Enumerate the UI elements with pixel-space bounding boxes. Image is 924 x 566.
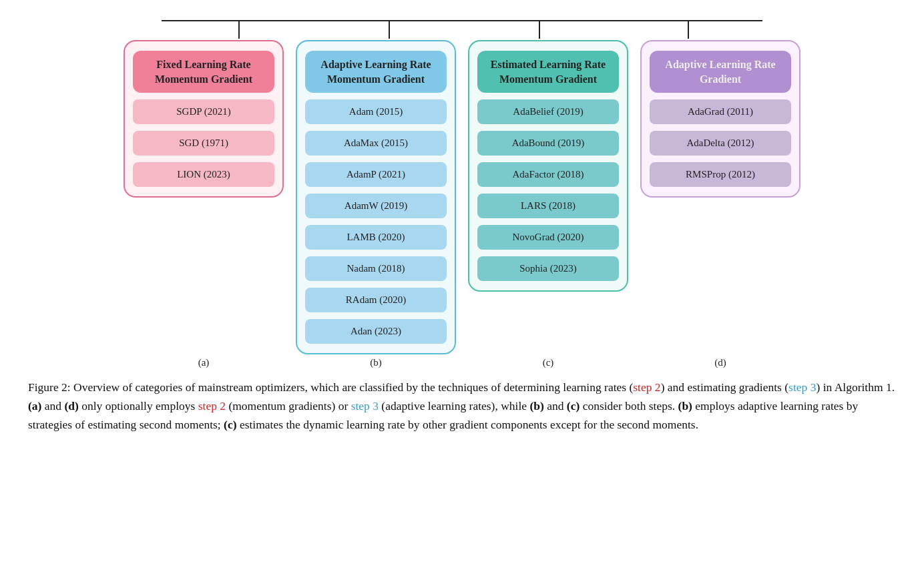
caption-area: Figure 2: Overview of categories of main… bbox=[28, 378, 896, 434]
labels-row: (a)(b)(c)(d) bbox=[20, 357, 904, 368]
tick-line-2 bbox=[389, 20, 390, 39]
caption-span-bold: (d) bbox=[64, 399, 78, 412]
item-b-1: AdaMax (2015) bbox=[305, 131, 447, 156]
caption-span-bold: (a) bbox=[28, 399, 41, 412]
connector-row bbox=[20, 20, 904, 40]
col-header-c: Estimated Learning Rate Momentum Gradien… bbox=[477, 51, 619, 93]
tick-line-4 bbox=[688, 20, 689, 39]
col-box-c: Estimated Learning Rate Momentum Gradien… bbox=[468, 40, 628, 292]
caption-span-red: step 2 bbox=[633, 380, 660, 394]
item-b-3: AdamW (2019) bbox=[305, 194, 447, 218]
item-c-2: AdaFactor (2018) bbox=[477, 162, 619, 187]
item-a-0: SGDP (2021) bbox=[133, 99, 274, 124]
col-label-a: (a) bbox=[124, 357, 284, 368]
item-c-4: NovoGrad (2020) bbox=[477, 225, 619, 250]
item-c-5: Sophia (2023) bbox=[477, 256, 619, 281]
col-header-d: Adaptive Learning Rate Gradient bbox=[650, 51, 791, 93]
caption-span-red: step 2 bbox=[198, 399, 226, 412]
col-header-a: Fixed Learning Rate Momentum Gradient bbox=[133, 51, 274, 93]
col-label-d: (d) bbox=[640, 357, 800, 368]
col-box-b: Adaptive Learning Rate Momentum Gradient… bbox=[296, 40, 456, 354]
col-box-a: Fixed Learning Rate Momentum GradientSGD… bbox=[124, 40, 284, 198]
item-b-2: AdamP (2021) bbox=[305, 162, 447, 187]
col-label-c: (c) bbox=[468, 357, 628, 368]
col-box-d: Adaptive Learning Rate GradientAdaGrad (… bbox=[640, 40, 800, 198]
caption-span-bold: (c) bbox=[567, 399, 580, 412]
item-d-0: AdaGrad (2011) bbox=[650, 99, 791, 124]
item-a-2: LION (2023) bbox=[133, 162, 274, 187]
item-c-3: LARS (2018) bbox=[477, 194, 619, 218]
caption-span-blue: step 3 bbox=[788, 380, 816, 394]
item-b-0: Adam (2015) bbox=[305, 99, 447, 124]
item-b-5: Nadam (2018) bbox=[305, 256, 447, 281]
page-container: Fixed Learning Rate Momentum GradientSGD… bbox=[20, 13, 904, 434]
item-b-4: LAMB (2020) bbox=[305, 225, 447, 250]
col-header-b: Adaptive Learning Rate Momentum Gradient bbox=[305, 51, 447, 93]
item-b-6: RAdam (2020) bbox=[305, 288, 447, 312]
item-a-1: SGD (1971) bbox=[133, 131, 274, 156]
col-label-b: (b) bbox=[296, 357, 456, 368]
caption-span-bold: (b) bbox=[529, 399, 543, 412]
columns-row: Fixed Learning Rate Momentum GradientSGD… bbox=[20, 40, 904, 354]
tick-line-3 bbox=[539, 20, 540, 39]
item-c-1: AdaBound (2019) bbox=[477, 131, 619, 156]
top-connector-line bbox=[162, 20, 762, 21]
caption-span-bold: (b) bbox=[678, 399, 692, 412]
tick-line-1 bbox=[238, 20, 240, 39]
caption-span-blue: step 3 bbox=[351, 399, 379, 412]
item-b-7: Adan (2023) bbox=[305, 319, 447, 344]
item-d-2: RMSProp (2012) bbox=[650, 162, 791, 187]
item-c-0: AdaBelief (2019) bbox=[477, 99, 619, 124]
diagram-area: Fixed Learning Rate Momentum GradientSGD… bbox=[20, 13, 904, 368]
item-d-1: AdaDelta (2012) bbox=[650, 131, 791, 156]
caption-span-bold: (c) bbox=[224, 418, 236, 431]
